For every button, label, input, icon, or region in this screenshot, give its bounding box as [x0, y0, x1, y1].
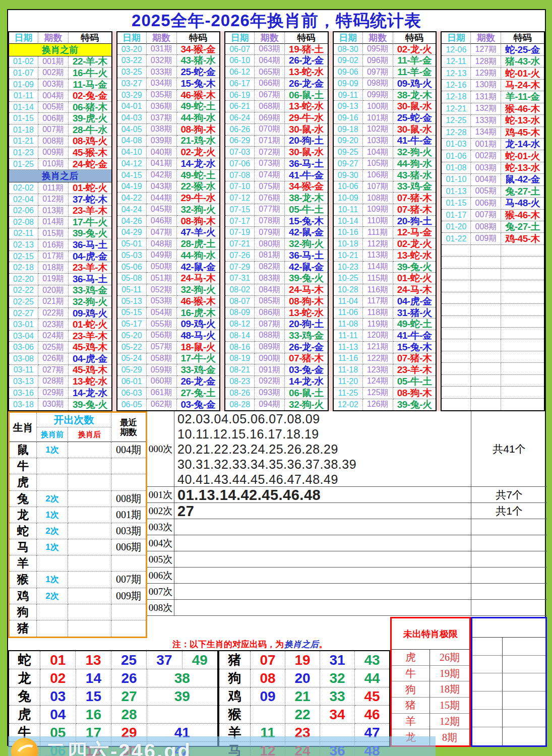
after-count — [68, 539, 111, 555]
date-cell: 08-19 — [225, 353, 255, 365]
bottom-number-cell: 20 — [285, 669, 320, 687]
period-cell: 040期 — [147, 147, 177, 158]
after-count — [68, 604, 111, 620]
date-cell: 07-08 — [225, 170, 255, 181]
period-cell: 007期 — [38, 124, 69, 136]
code-cell: 蛇-13-水 — [501, 115, 544, 127]
code-cell — [501, 387, 544, 398]
period-cell: 016期 — [38, 239, 69, 251]
table-row: 08-09086期13-蛇-水 — [225, 307, 328, 319]
period-cell: 134期 — [471, 127, 501, 139]
table-row: 06-03061期27-兔-土 — [117, 388, 220, 399]
code-cell: 29-牛-水 — [177, 193, 220, 204]
table-row: 09-13100期30-鼠-水 — [334, 101, 436, 112]
zodiac-number-row: 猪07193143 — [219, 651, 389, 669]
period-cell: 001期 — [471, 139, 501, 150]
code-cell: 45-鸡-木 — [69, 342, 111, 353]
code-cell: 32-狗-火 — [285, 399, 328, 411]
zodiac-name: 蛇 — [10, 523, 37, 539]
bottom-number-cell: 34 — [320, 706, 355, 724]
table-row: 01-08003期蛇-13-水 — [442, 162, 544, 174]
period-cell: 063期 — [255, 44, 285, 55]
date-cell: 07-10 — [225, 181, 255, 193]
before-count: 2次 — [37, 588, 68, 604]
bottom-number-cell: 33 — [320, 687, 355, 706]
table-row: 11-13121期15-兔-木 — [334, 342, 436, 353]
bottom-zodiac-name: 鸡 — [219, 687, 251, 706]
date-cell: 04-03 — [117, 112, 147, 124]
table-row: 06-01060期26-龙-金 — [117, 376, 220, 388]
period-cell: 025期 — [38, 342, 69, 353]
date-cell: 01-25 — [9, 159, 38, 170]
section-row: 换肖之前 — [9, 44, 111, 56]
code-cell: 36-马-土 — [285, 158, 328, 170]
period-cell: 093期 — [255, 388, 285, 399]
table-row: 01-20008期兔-27-土 — [442, 221, 544, 233]
bottom-number-cell: 04 — [40, 706, 76, 724]
count-numbers — [174, 600, 471, 615]
stats-row: 猴1次007期 — [10, 572, 146, 588]
code-cell: 04-虎-金 — [69, 353, 111, 365]
date-cell: 06-21 — [225, 101, 255, 112]
period-cell — [471, 257, 501, 268]
table-row: 01-11004期02-兔-金 — [9, 90, 111, 102]
date-cell: 07-31 — [225, 273, 255, 284]
recent-period — [111, 620, 146, 637]
period-cell: 089期 — [255, 342, 285, 353]
bottom-number-cell: 16 — [76, 706, 112, 724]
bottom-number-cell: 46 — [355, 706, 389, 724]
date-cell: 12-11 — [442, 56, 471, 68]
code-cell: 34-猴-金 — [285, 181, 328, 193]
after-switch-header: 换肖后 — [68, 427, 111, 442]
code-cell: 03-兔-金 — [177, 399, 220, 411]
table-row: 12-11128期猪-43-水 — [442, 56, 544, 68]
period-cell: 022期 — [38, 308, 69, 320]
table-row: 03-08026期04-虎-金 — [9, 353, 111, 365]
table-row: 03-22032期43-猪-水 — [117, 55, 220, 67]
code-cell: 龙-14-水 — [501, 139, 544, 150]
bottom-number-cell: 07 — [251, 651, 285, 669]
bottom-zodiac-name: 猪 — [219, 651, 251, 669]
table-row: 06-29071期20-狗-土 — [225, 136, 328, 147]
count-numbers — [174, 568, 471, 583]
period-cell: 048期 — [147, 238, 177, 250]
date-cell: 01-18 — [9, 124, 38, 136]
blue-box-row — [472, 638, 545, 656]
period-cell: 056期 — [147, 330, 177, 342]
code-cell: 15-兔-木 — [393, 342, 436, 353]
date-cell: 07-06 — [225, 158, 255, 170]
table-row: 05-13053期46-猴-木 — [117, 296, 220, 307]
date-cell: 06-07 — [225, 44, 255, 55]
date-cell: 12-13 — [442, 68, 471, 79]
table-row — [442, 399, 544, 410]
count-total — [471, 568, 547, 583]
results-column-group: 日期期数特码换肖之前01-02001期22-羊-木01-07002期16-牛-火… — [8, 31, 112, 411]
period-cell: 083期 — [255, 273, 285, 284]
code-cell: 08-狗-木 — [177, 124, 220, 136]
table-row — [442, 257, 544, 268]
date-cell: 04-24 — [117, 204, 147, 216]
stats-row: 马1次006期 — [10, 539, 146, 555]
stats-row: 牛 — [10, 458, 146, 474]
code-cell: 34-猴-金 — [177, 44, 220, 55]
code-cell — [501, 351, 544, 363]
period-cell: 010期 — [38, 159, 69, 170]
table-row: 04-26046期08-狗-木 — [117, 216, 220, 227]
code-cell: 30-鼠-水 — [393, 124, 436, 136]
table-row: 08-28094期32-狗-火 — [225, 399, 328, 411]
period-cell: 066期 — [255, 78, 285, 90]
date-cell: 04-08 — [117, 136, 147, 147]
count-label: 007次 — [147, 584, 174, 599]
empty-blue-box — [471, 617, 547, 747]
period-cell — [471, 304, 501, 316]
date-cell — [442, 351, 471, 363]
period-cell: 053期 — [147, 296, 177, 307]
period-cell: 041期 — [147, 158, 177, 170]
after-count — [68, 620, 111, 637]
code-cell — [501, 339, 544, 351]
code-cell: 19-猪-土 — [285, 44, 328, 55]
table-row: 10-23114期39-兔-火 — [334, 262, 436, 273]
code-cell: 17-牛-火 — [177, 353, 220, 365]
period-cell: 128期 — [471, 56, 501, 68]
date-cell: 12-02 — [334, 399, 363, 411]
